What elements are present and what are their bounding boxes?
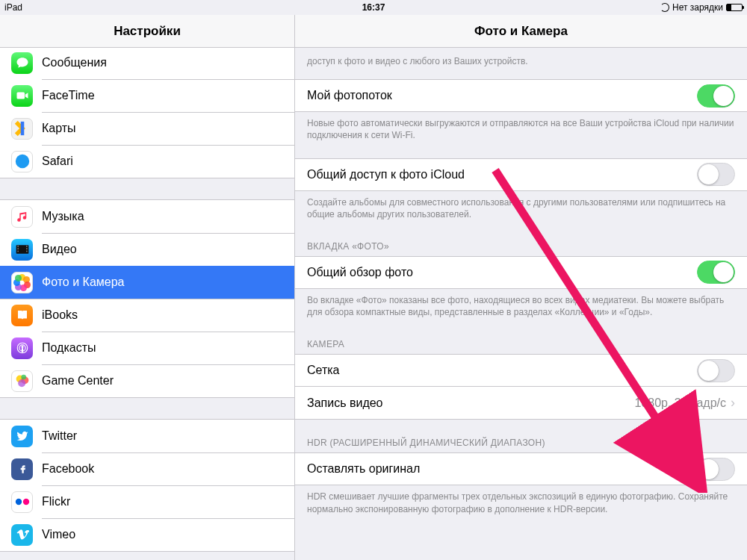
svg-rect-8: [26, 251, 28, 252]
sidebar-item-podcasts[interactable]: Подкасты: [0, 332, 294, 364]
icloud-sharing-switch[interactable]: [697, 163, 735, 186]
sidebar-item-label: Видео: [42, 243, 77, 256]
sidebar-item-facebook[interactable]: Facebook: [0, 452, 294, 485]
status-bar: iPad 16:37 Нет зарядки: [0, 0, 747, 15]
section-header-camera: КАМЕРА: [295, 335, 747, 354]
messages-icon: [11, 52, 33, 74]
photostream-switch[interactable]: [697, 84, 735, 108]
detail-scroll[interactable]: доступ к фото и видео с любого из Ваших …: [295, 48, 747, 560]
sidebar-item-ibooks[interactable]: iBooks: [0, 299, 294, 332]
sidebar-item-flickr[interactable]: Flickr: [0, 485, 294, 518]
sidebar-item-safari[interactable]: Safari: [0, 145, 294, 178]
setting-label: Мой фотопоток: [307, 89, 697, 102]
sidebar-item-facetime[interactable]: FaceTime: [0, 79, 294, 112]
svg-rect-12: [21, 348, 22, 352]
sidebar-item-gamecenter[interactable]: Game Center: [0, 364, 294, 397]
svg-point-17: [15, 499, 21, 505]
summary-switch[interactable]: [697, 261, 735, 284]
sidebar-item-label: Twitter: [42, 429, 77, 443]
facetime-icon: [11, 85, 33, 107]
svg-rect-3: [17, 246, 19, 247]
sidebar-item-label: Музыка: [42, 210, 84, 223]
chevron-right-icon: ›: [731, 395, 735, 411]
statusbar-device: iPad: [4, 2, 22, 13]
setting-label: Сетка: [307, 364, 697, 377]
podcasts-icon: [11, 337, 33, 359]
setting-label: Запись видео: [307, 396, 634, 410]
video-icon: [11, 239, 33, 261]
flickr-icon: [11, 491, 33, 513]
statusbar-time: 16:37: [362, 2, 385, 13]
sidebar-item-label: Safari: [42, 155, 73, 168]
grid-switch[interactable]: [697, 359, 735, 382]
svg-rect-5: [17, 251, 19, 252]
sidebar-item-label: Подкасты: [42, 341, 96, 355]
sidebar-item-music[interactable]: Музыка: [0, 200, 294, 233]
icloud-sharing-footer: Создайте альбомы для совместного использ…: [295, 191, 747, 223]
sidebar-item-maps[interactable]: Карты: [0, 112, 294, 145]
sidebar-item-twitter[interactable]: Twitter: [0, 420, 294, 452]
svg-rect-4: [17, 248, 19, 249]
sidebar-item-label: FaceTime: [42, 89, 95, 102]
settings-sidebar: Настройки Сообщения FaceTime: [0, 15, 295, 560]
statusbar-charging: Нет зарядки: [672, 2, 723, 13]
facebook-icon: [11, 458, 33, 480]
setting-grid[interactable]: Сетка: [295, 354, 747, 387]
summary-footer: Во вкладке «Фото» показаны все фото, нах…: [295, 289, 747, 321]
sidebar-item-label: Карты: [42, 122, 76, 135]
svg-rect-6: [26, 246, 28, 247]
sidebar-scroll[interactable]: Сообщения FaceTime Карты: [0, 48, 294, 560]
music-icon: [11, 206, 33, 228]
vimeo-icon: [11, 524, 33, 546]
maps-icon: [11, 118, 33, 140]
setting-record-video[interactable]: Запись видео 1080p, 30 кадр/с ›: [295, 387, 747, 420]
sync-icon: [660, 3, 669, 12]
sidebar-item-label: iBooks: [42, 308, 78, 322]
setting-summary[interactable]: Общий обзор фото: [295, 256, 747, 289]
twitter-icon: [11, 426, 33, 447]
statusbar-right: Нет зарядки: [660, 2, 743, 13]
ibooks-icon: [11, 305, 33, 326]
setting-label: Общий доступ к фото iCloud: [307, 168, 697, 181]
sidebar-item-messages[interactable]: Сообщения: [0, 48, 294, 79]
svg-rect-0: [16, 93, 25, 99]
sidebar-item-video[interactable]: Видео: [0, 233, 294, 266]
keep-original-switch[interactable]: [697, 458, 735, 481]
svg-point-16: [21, 375, 26, 380]
photos-icon: [11, 272, 33, 293]
photostream-footer: Новые фото автоматически выгружаются и о…: [295, 112, 747, 144]
sidebar-item-label: Сообщения: [42, 56, 107, 69]
sidebar-item-label: Game Center: [42, 374, 114, 388]
battery-icon: [726, 4, 743, 11]
svg-point-11: [21, 346, 23, 348]
safari-icon: [11, 151, 33, 172]
detail-title: Фото и Камера: [295, 15, 747, 48]
setting-photostream[interactable]: Мой фотопоток: [295, 79, 747, 112]
sidebar-item-label: Фото и Камера: [42, 276, 125, 289]
setting-icloud-sharing[interactable]: Общий доступ к фото iCloud: [295, 158, 747, 191]
svg-point-15: [18, 379, 25, 387]
sidebar-item-label: Vimeo: [42, 528, 75, 541]
setting-keep-original[interactable]: Оставлять оригинал: [295, 452, 747, 485]
detail-pane: Фото и Камера доступ к фото и видео с лю…: [295, 15, 747, 560]
setting-value: 1080p, 30 кадр/с: [634, 396, 726, 410]
setting-label: Оставлять оригинал: [307, 462, 697, 476]
sidebar-item-label: Flickr: [42, 495, 70, 508]
section-header-phototab: ВКЛАДКА «ФОТО»: [295, 237, 747, 256]
svg-rect-7: [26, 248, 28, 249]
sidebar-item-vimeo[interactable]: Vimeo: [0, 518, 294, 551]
svg-point-1: [15, 155, 28, 168]
sidebar-title: Настройки: [0, 15, 294, 48]
svg-point-18: [22, 499, 28, 505]
sidebar-item-label: Facebook: [42, 462, 94, 476]
setting-label: Общий обзор фото: [307, 266, 697, 279]
icloud-library-footer: доступ к фото и видео с любого из Ваших …: [295, 50, 747, 70]
sidebar-item-photos[interactable]: Фото и Камера: [0, 266, 294, 299]
section-header-hdr: HDR (РАСШИРЕННЫЙ ДИНАМИЧЕСКИЙ ДИАПАЗОН): [295, 433, 747, 452]
hdr-footer: HDR смешивает лучшие фрагменты трех отде…: [295, 485, 747, 517]
gamecenter-icon: [11, 370, 33, 392]
